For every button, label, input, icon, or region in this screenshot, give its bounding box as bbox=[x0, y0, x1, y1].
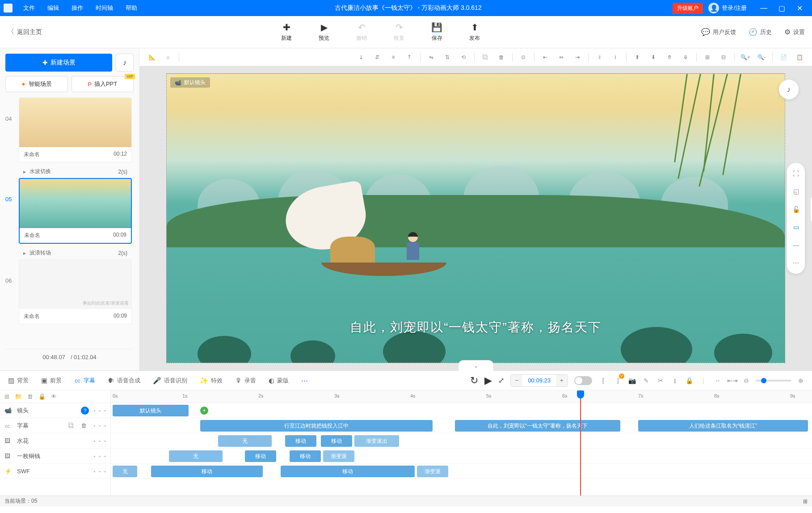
track-row-swf[interactable]: 无 移动 移动 渐变退 bbox=[111, 464, 812, 479]
track-row-camera[interactable]: 默认镜头 + bbox=[111, 403, 812, 418]
delete-track-icon[interactable]: 🗑 bbox=[27, 393, 33, 400]
align-bottom-icon[interactable]: ⤓ bbox=[354, 51, 368, 64]
redo-button[interactable]: ↷恢复 bbox=[394, 22, 404, 42]
time-plus-button[interactable]: + bbox=[556, 375, 568, 386]
clip-fade[interactable]: 渐变退 bbox=[323, 450, 354, 462]
align-top-icon[interactable]: ⤒ bbox=[402, 51, 417, 64]
layer-bottom-icon[interactable]: ⤋ bbox=[678, 51, 693, 64]
zoom-in-icon[interactable]: ⊕ bbox=[796, 377, 806, 384]
menu-timeline[interactable]: 时间轴 bbox=[89, 4, 119, 12]
fit-icon[interactable]: ◱ bbox=[791, 186, 801, 197]
home-icon[interactable]: ⌂ bbox=[161, 51, 175, 64]
paste-page-icon[interactable]: 📋 bbox=[792, 51, 807, 64]
back-home-button[interactable]: 〈 返回主页 bbox=[7, 27, 42, 37]
expand-panel-button[interactable]: ⌄ bbox=[458, 360, 494, 371]
minimize-button[interactable]: — bbox=[755, 4, 773, 12]
camera-label[interactable]: 📹默认镜头 bbox=[170, 77, 210, 88]
align-right-icon[interactable]: ⇥ bbox=[570, 51, 585, 64]
clip-move[interactable]: 移动 bbox=[245, 450, 276, 462]
target-icon[interactable]: ⊙ bbox=[516, 51, 530, 64]
edit-icon[interactable]: ✎ bbox=[641, 377, 651, 384]
clip-move[interactable]: 移动 bbox=[321, 435, 352, 447]
toggle-switch[interactable] bbox=[574, 376, 592, 385]
lock-icon[interactable]: 🔓 bbox=[791, 204, 801, 215]
music-button[interactable]: ♪ bbox=[116, 54, 134, 72]
canvas-music-button[interactable]: ♪ bbox=[779, 80, 799, 99]
filter-icon[interactable]: ⫿ bbox=[670, 377, 680, 384]
clip-move[interactable]: 移动 bbox=[290, 450, 321, 462]
tab-fx[interactable]: ✨特效 bbox=[198, 377, 224, 385]
menu-file[interactable]: 文件 bbox=[17, 4, 41, 12]
menu-help[interactable]: 帮助 bbox=[119, 4, 143, 12]
scene-item-04[interactable]: 04 未命名00:12 bbox=[5, 98, 132, 162]
menu-action[interactable]: 操作 bbox=[65, 4, 89, 12]
transition-row[interactable]: ▸波浪转场2(s) bbox=[5, 246, 132, 259]
insert-ppt-button[interactable]: P插入PPTVIP bbox=[72, 76, 134, 92]
copy-page-icon[interactable]: 📄 bbox=[776, 51, 791, 64]
distribute-h-icon[interactable]: ⫴ bbox=[592, 51, 606, 64]
help-icon[interactable]: ? bbox=[81, 407, 89, 415]
track-row-coin[interactable]: 无 移动 移动 渐变退 bbox=[111, 449, 812, 464]
clip-fadeout[interactable]: 渐变退出 bbox=[354, 435, 399, 447]
scene-item-05[interactable]: 05 未命名00:09 bbox=[5, 178, 132, 244]
tab-foreground[interactable]: ▣前景 bbox=[39, 377, 63, 385]
upgrade-button[interactable]: 升级账户 bbox=[673, 3, 703, 14]
fullscreen-icon[interactable]: ⛶ bbox=[791, 168, 801, 179]
rotate-icon[interactable]: ⟲ bbox=[456, 51, 471, 64]
timeline-rewind-icon[interactable]: ↻ bbox=[470, 375, 478, 386]
undo-button[interactable]: ↶撤销 bbox=[356, 22, 367, 42]
smart-scene-button[interactable]: ✦智能场景 bbox=[5, 76, 68, 92]
save-button[interactable]: 💾保存 bbox=[431, 22, 442, 42]
close-button[interactable]: ✕ bbox=[791, 4, 808, 13]
track-camera[interactable]: 📹镜头?••• bbox=[0, 403, 110, 418]
new-button[interactable]: ✚新建 bbox=[281, 22, 292, 42]
flip-h-icon[interactable]: ⇋ bbox=[424, 51, 438, 64]
clip-none[interactable]: 无 bbox=[113, 466, 137, 477]
screen-icon[interactable]: ▭ bbox=[791, 222, 801, 233]
track-coin[interactable]: 🖼一枚铜钱••• bbox=[0, 449, 110, 464]
ungroup-icon[interactable]: ⊟ bbox=[716, 51, 731, 64]
trash-icon[interactable]: 🗑 bbox=[81, 422, 89, 429]
clip-fade[interactable]: 渐变退 bbox=[417, 466, 448, 477]
more-icon[interactable]: ⋯ bbox=[791, 258, 801, 268]
tab-record[interactable]: 🎙录音 bbox=[233, 377, 258, 385]
bracket-left-icon[interactable]: ⟦ bbox=[598, 377, 608, 384]
align-left-icon[interactable]: ⇤ bbox=[538, 51, 552, 64]
history-button[interactable]: 🕘历史 bbox=[749, 28, 772, 36]
status-icon[interactable]: ⊞ bbox=[803, 498, 808, 505]
ruler-icon[interactable]: 📐 bbox=[145, 51, 159, 64]
user-avatar-icon[interactable]: 👤 bbox=[708, 3, 719, 13]
clip-move[interactable]: 移动 bbox=[285, 435, 316, 447]
align-middle-icon[interactable]: ⇵ bbox=[370, 51, 384, 64]
align-center-v-icon[interactable]: ⇔ bbox=[554, 51, 568, 64]
canvas[interactable]: 📹默认镜头 bbox=[166, 73, 785, 363]
timeline-ruler[interactable]: 0s 1s 2s 3s 4s 5s 6s 7s 8s 9s bbox=[111, 390, 812, 403]
distribute-v-icon[interactable]: ⫲ bbox=[608, 51, 623, 64]
tab-background[interactable]: ▨背景 bbox=[6, 377, 30, 385]
lock-icon[interactable]: 🔒 bbox=[684, 377, 694, 384]
track-splash[interactable]: 🖼水花••• bbox=[0, 433, 110, 449]
track-row-splash[interactable]: 无 移动 移动 渐变退出 bbox=[111, 433, 812, 449]
scissors-icon[interactable]: ✂ bbox=[656, 377, 665, 384]
tab-subtitle[interactable]: ㏄字幕 bbox=[72, 376, 97, 385]
login-button[interactable]: 登录/注册 bbox=[722, 4, 747, 12]
bracket-right-icon[interactable]: ⟧ bbox=[613, 377, 623, 384]
track-row-subtitle[interactable]: 行至江边时就把钱投入江中 自此，刘宠即以“一钱太守”著称，扬名天下 人们给这条江… bbox=[111, 418, 812, 433]
expand-h-icon[interactable]: ↔ bbox=[713, 377, 723, 384]
align-center-h-icon[interactable]: ≡ bbox=[386, 51, 400, 64]
menu-edit[interactable]: 编辑 bbox=[41, 4, 65, 12]
tab-mask[interactable]: ◐蒙版 bbox=[267, 377, 290, 385]
playhead[interactable] bbox=[580, 390, 581, 496]
flip-v-icon[interactable]: ⇅ bbox=[440, 51, 454, 64]
tab-asr[interactable]: 🎤语音识别 bbox=[151, 377, 189, 385]
add-folder-icon[interactable]: 📁 bbox=[15, 393, 22, 400]
publish-button[interactable]: ⬆发布 bbox=[469, 22, 480, 42]
delete-icon[interactable]: 🗑 bbox=[494, 51, 509, 64]
feedback-button[interactable]: 💬用户反馈 bbox=[701, 28, 736, 36]
transition-row[interactable]: ▸水波切换2(s) bbox=[5, 165, 132, 178]
zoom-slider[interactable] bbox=[756, 380, 791, 382]
track-subtitle[interactable]: ㏄字幕⿻🗑••• bbox=[0, 418, 110, 433]
layer-top-icon[interactable]: ⤊ bbox=[662, 51, 677, 64]
clip-camera[interactable]: 默认镜头 bbox=[113, 405, 189, 416]
clip-move[interactable]: 移动 bbox=[281, 466, 415, 477]
